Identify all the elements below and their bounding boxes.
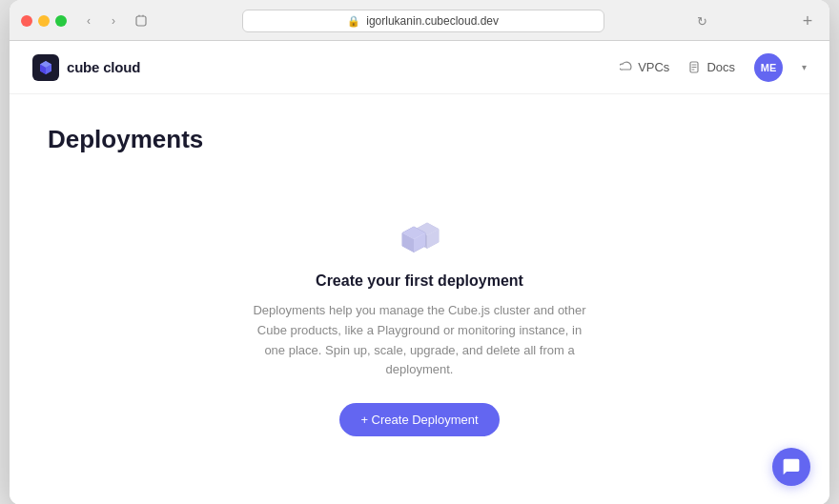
cloud-icon — [620, 61, 633, 74]
empty-state: Create your first deployment Deployments… — [48, 185, 791, 474]
lock-icon: 🔒 — [347, 15, 360, 28]
app-header: cube cloud VPCs Docs ME ▾ — [10, 41, 829, 94]
header-nav: VPCs Docs ME ▾ — [620, 53, 807, 82]
nav-buttons: ‹ › — [78, 10, 124, 31]
deployment-illustration — [385, 204, 454, 272]
logo[interactable]: cube cloud — [32, 54, 140, 81]
new-tab-button[interactable]: + — [797, 10, 818, 31]
empty-state-description: Deployments help you manage the Cube.js … — [248, 301, 591, 380]
address-bar[interactable]: 🔒 igorlukanin.cubecloud.dev — [242, 10, 604, 32]
create-deployment-button[interactable]: + Create Deployment — [339, 403, 499, 436]
docs-nav-item[interactable]: Docs — [688, 60, 735, 74]
url-text: igorlukanin.cubecloud.dev — [366, 14, 499, 28]
user-dropdown-chevron-icon[interactable]: ▾ — [802, 62, 807, 72]
user-avatar[interactable]: ME — [754, 53, 783, 82]
chat-icon — [782, 457, 801, 476]
vpcs-nav-item[interactable]: VPCs — [620, 60, 669, 74]
svg-rect-0 — [136, 16, 146, 26]
forward-button[interactable]: › — [103, 10, 124, 31]
share-button[interactable] — [132, 10, 153, 31]
vpcs-label: VPCs — [638, 60, 669, 74]
chat-support-button[interactable] — [772, 448, 810, 486]
close-button[interactable] — [21, 15, 32, 27]
minimize-button[interactable] — [38, 15, 50, 27]
cube-cloud-logo-icon — [32, 54, 59, 81]
docs-icon — [688, 61, 702, 74]
traffic-lights — [21, 15, 67, 27]
page-content: Deployments Create your first deployment… — [10, 94, 829, 504]
browser-chrome: ‹ › 🔒 igorlukanin.cubecloud.dev ↻ + — [10, 0, 829, 41]
maximize-button[interactable] — [55, 15, 67, 27]
browser-window: ‹ › 🔒 igorlukanin.cubecloud.dev ↻ + — [10, 0, 829, 504]
docs-label: Docs — [706, 60, 735, 74]
refresh-button[interactable]: ↻ — [697, 14, 707, 29]
logo-text: cube cloud — [67, 59, 140, 75]
page-title: Deployments — [48, 125, 791, 154]
empty-state-title: Create your first deployment — [316, 272, 523, 290]
back-button[interactable]: ‹ — [78, 10, 99, 31]
